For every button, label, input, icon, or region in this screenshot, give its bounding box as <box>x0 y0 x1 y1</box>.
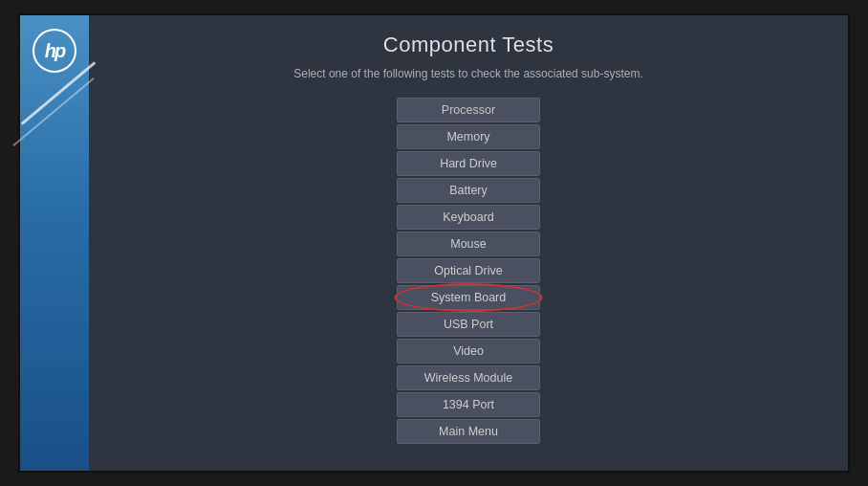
screen: hp Component Tests Select one of the fol… <box>18 13 850 473</box>
page-title: Component Tests <box>383 33 553 57</box>
menu-item-memory[interactable]: Memory <box>397 124 540 149</box>
menu-item-wireless-module[interactable]: Wireless Module <box>397 365 540 390</box>
menu-item-1394-port[interactable]: 1394 Port <box>397 392 540 417</box>
page-subtitle: Select one of the following tests to che… <box>293 67 643 80</box>
menu-item-video[interactable]: Video <box>397 339 540 364</box>
sidebar-decoration-line2 <box>12 77 95 146</box>
menu-item-battery[interactable]: Battery <box>397 178 540 203</box>
menu-item-mouse[interactable]: Mouse <box>397 232 540 256</box>
component-menu: Processor Memory Hard Drive Battery Keyb… <box>392 98 545 444</box>
main-content: Component Tests Select one of the follow… <box>89 15 848 471</box>
hp-logo: hp <box>33 29 76 73</box>
menu-item-usb-port[interactable]: USB Port <box>397 312 540 337</box>
menu-item-hard-drive[interactable]: Hard Drive <box>397 151 540 176</box>
menu-item-main-menu[interactable]: Main Menu <box>397 419 540 444</box>
menu-item-optical-drive[interactable]: Optical Drive <box>397 258 540 283</box>
hp-logo-text: hp <box>45 40 64 62</box>
menu-item-processor[interactable]: Processor <box>397 98 540 122</box>
menu-item-system-board[interactable]: System Board <box>397 285 540 310</box>
hp-sidebar: hp <box>20 15 89 471</box>
menu-item-keyboard[interactable]: Keyboard <box>397 205 540 230</box>
